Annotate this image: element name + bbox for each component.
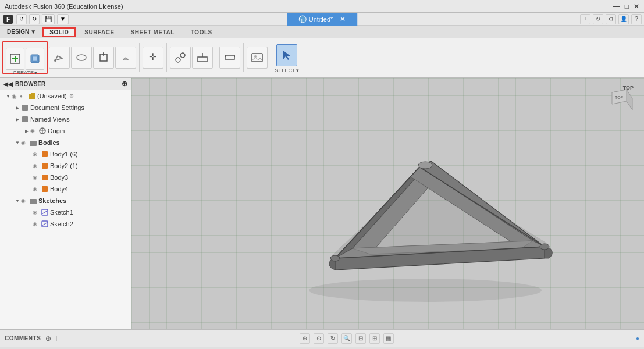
body1-eye[interactable]: ◉ xyxy=(33,151,41,157)
measure-buttons xyxy=(219,47,240,69)
create-label[interactable]: CREATE ▾ xyxy=(13,70,37,76)
app-icon[interactable]: F xyxy=(2,13,14,25)
root-arrow: ▼ xyxy=(5,94,12,99)
create-extra-buttons xyxy=(49,47,136,69)
settings-btn[interactable]: ⚙ xyxy=(606,14,616,24)
create-section: CREATE ▾ xyxy=(2,41,48,74)
quick-access-redo[interactable]: ↻ xyxy=(29,14,40,24)
tree-label-sketch1: Sketch1 xyxy=(50,209,73,216)
quick-access-dropdown[interactable]: ▼ xyxy=(57,14,69,24)
title-bar: Autodesk Fusion 360 (Education License) … xyxy=(0,0,644,13)
body3-eye[interactable]: ◉ xyxy=(33,174,41,180)
tree-item-bodies[interactable]: ▼ ◉ Bodies xyxy=(0,137,131,148)
viewport[interactable]: TOP TOP xyxy=(131,78,644,329)
tree-label-body1: Body1 (6) xyxy=(50,151,78,158)
measure-btn[interactable] xyxy=(219,47,240,69)
main-content: ◀◀ BROWSER ⊕ ▼ ◉ ● (Unsaved) ⚙ ▶ Documen… xyxy=(0,78,644,329)
tree-item-body4[interactable]: ◉ Body4 xyxy=(0,183,131,195)
viewcube[interactable]: TOP TOP xyxy=(603,84,638,119)
svg-point-47 xyxy=(540,244,549,250)
root-eye[interactable]: ◉ xyxy=(12,93,20,99)
svg-marker-49 xyxy=(627,90,632,110)
svg-rect-36 xyxy=(30,199,37,204)
tree-item-named-views[interactable]: ▶ Named Views xyxy=(0,113,131,125)
assemble-btn[interactable] xyxy=(192,47,213,69)
tree-item-sketch1[interactable]: ◉ Sketch1 xyxy=(0,206,131,218)
browser-settings-btn[interactable]: ⊕ xyxy=(122,80,127,88)
body2-eye[interactable]: ◉ xyxy=(33,163,41,169)
minimize-btn[interactable]: — xyxy=(613,2,620,10)
revolve-btn[interactable] xyxy=(115,47,136,69)
account-btn[interactable]: 👤 xyxy=(618,14,629,24)
joint-btn[interactable] xyxy=(170,47,191,69)
root-visibility[interactable]: ● xyxy=(20,94,28,99)
svg-rect-35 xyxy=(42,186,48,192)
fit-btn[interactable]: ⊕ xyxy=(300,333,310,344)
close-document-btn[interactable]: ✕ xyxy=(340,15,346,23)
browser-collapse-btn[interactable]: ◀◀ xyxy=(3,81,13,87)
display-mode-btn[interactable]: ⊞ xyxy=(369,333,380,344)
quick-access-undo[interactable]: ↺ xyxy=(16,14,27,24)
window-controls[interactable]: — □ ✕ xyxy=(613,2,639,10)
new-body-btn[interactable] xyxy=(26,48,44,70)
tab-sheet-metal[interactable]: SHEET METAL xyxy=(123,27,182,37)
tree-item-doc-settings[interactable]: ▶ Document Settings xyxy=(0,102,131,113)
view-options-btn[interactable]: ⊟ xyxy=(355,333,366,344)
zoom-btn[interactable]: 🔍 xyxy=(341,333,352,344)
svg-point-16 xyxy=(180,53,185,58)
close-btn[interactable]: ✕ xyxy=(634,2,639,10)
refresh-btn[interactable]: ↻ xyxy=(593,14,603,24)
tree-item-body2[interactable]: ◉ Body2 (1) xyxy=(0,160,131,172)
notification-icon[interactable]: ● xyxy=(636,335,639,341)
sweep-btn[interactable] xyxy=(71,47,92,69)
svg-rect-26 xyxy=(22,105,28,111)
pan-btn[interactable]: ⊙ xyxy=(314,333,324,344)
select-label[interactable]: SELECT ▾ xyxy=(275,67,298,73)
tree-label-sketch2: Sketch2 xyxy=(50,220,73,227)
root-gear[interactable]: ⚙ xyxy=(69,93,74,99)
svg-rect-22 xyxy=(252,54,262,62)
tree-label-root: (Unsaved) xyxy=(37,92,67,99)
grid-btn[interactable]: ▦ xyxy=(383,333,394,344)
status-icons: ● xyxy=(636,335,639,341)
tab-tools[interactable]: TOOLS xyxy=(183,27,220,37)
tree-item-body1[interactable]: ◉ Body1 (6) xyxy=(0,148,131,160)
document-title: Untitled* xyxy=(309,16,333,23)
3d-model xyxy=(245,92,582,315)
bodies-eye[interactable]: ◉ xyxy=(21,140,29,145)
select-btn[interactable] xyxy=(276,44,297,66)
insert-image-btn[interactable] xyxy=(247,47,268,69)
sketches-eye[interactable]: ◉ xyxy=(21,198,29,204)
design-dropdown[interactable]: DESIGN ▼ xyxy=(2,29,41,35)
tree-label-body2: Body2 (1) xyxy=(50,162,78,169)
tree-item-root[interactable]: ▼ ◉ ● (Unsaved) ⚙ xyxy=(0,90,131,102)
document-tab[interactable]: F Untitled* ✕ xyxy=(287,13,358,26)
add-tab-btn[interactable]: + xyxy=(580,14,590,24)
svg-text:TOP: TOP xyxy=(615,95,624,99)
tree-item-sketch2[interactable]: ◉ Sketch2 xyxy=(0,218,131,230)
tree-item-sketches[interactable]: ▼ ◉ Sketches xyxy=(0,195,131,206)
playback-bar: ⏮ ◀ ▶ ▶▶ ⏭ 🔲 🔶 📐 📋 🔷 🔸 ⚙ xyxy=(0,347,644,349)
tab-solid[interactable]: SOLID xyxy=(42,27,76,37)
comments-add-btn[interactable]: ⊕ xyxy=(45,334,51,343)
named-views-arrow: ▶ xyxy=(14,117,21,122)
move-btn[interactable]: ✛ xyxy=(143,47,163,69)
comments-section: COMMENTS ⊕ | xyxy=(5,334,58,343)
tree-item-body3[interactable]: ◉ Body3 xyxy=(0,172,131,183)
origin-eye[interactable]: ◉ xyxy=(30,128,38,134)
separator-5 xyxy=(271,43,271,72)
sketch2-eye[interactable]: ◉ xyxy=(33,221,41,227)
svg-line-40 xyxy=(42,222,48,226)
help-btn[interactable]: ? xyxy=(631,14,642,24)
maximize-btn[interactable]: □ xyxy=(625,2,629,10)
sketch-btn[interactable] xyxy=(49,47,70,69)
extrude-btn[interactable] xyxy=(93,47,114,69)
body4-eye[interactable]: ◉ xyxy=(33,186,41,192)
tree-item-origin[interactable]: ▶ ◉ Origin xyxy=(0,125,131,137)
new-component-btn[interactable] xyxy=(6,48,24,70)
tab-surface[interactable]: SURFACE xyxy=(77,27,122,37)
bodies-arrow: ▼ xyxy=(14,140,21,145)
quick-access-save[interactable]: 💾 xyxy=(42,14,55,24)
orbit-btn[interactable]: ↻ xyxy=(328,333,338,344)
sketch1-eye[interactable]: ◉ xyxy=(33,209,41,215)
